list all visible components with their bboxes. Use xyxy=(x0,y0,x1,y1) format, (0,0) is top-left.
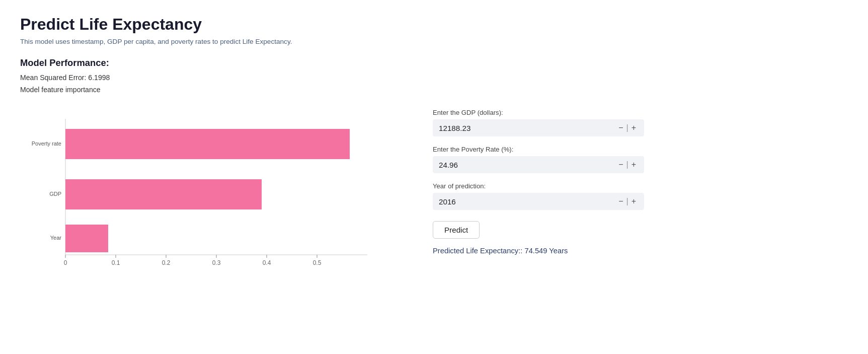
poverty-input-row: − | + xyxy=(433,156,644,173)
predict-button[interactable]: Predict xyxy=(433,221,480,239)
gdp-decrement-button[interactable]: − xyxy=(616,123,625,132)
page-title: Predict Life Expectancy xyxy=(20,15,848,34)
performance-heading: Model Performance: xyxy=(20,57,848,68)
gdp-input-row: − | + xyxy=(433,119,644,136)
poverty-input[interactable] xyxy=(439,161,616,169)
prediction-form: Enter the GDP (dollars): − | + Enter the… xyxy=(403,104,644,280)
year-label: Year of prediction: xyxy=(433,182,644,190)
gdp-label: Enter the GDP (dollars): xyxy=(433,109,644,116)
year-input-row: − | + xyxy=(433,193,644,210)
gdp-increment-button[interactable]: + xyxy=(629,123,638,132)
bar-poverty-rate xyxy=(65,129,350,159)
chart-svg: 0 0.1 0.2 0.3 0.4 0.5 xyxy=(20,109,382,280)
prediction-result: Predicted Life Expectancy:: 74.549 Years xyxy=(433,247,644,255)
svg-text:0.1: 0.1 xyxy=(112,259,120,266)
svg-text:0.5: 0.5 xyxy=(313,259,322,266)
svg-text:0: 0 xyxy=(64,259,67,266)
year-input[interactable] xyxy=(439,197,616,206)
chart-panel: 0 0.1 0.2 0.3 0.4 0.5 xyxy=(20,104,403,280)
svg-text:GDP: GDP xyxy=(49,191,61,197)
mse-value: Mean Squared Error: 6.1998 xyxy=(20,74,848,82)
poverty-increment-button[interactable]: + xyxy=(629,160,638,169)
poverty-label: Enter the Poverty Rate (%): xyxy=(433,146,644,153)
svg-text:Year: Year xyxy=(50,235,62,241)
svg-text:0.4: 0.4 xyxy=(263,259,271,266)
feature-importance-label: Model feature importance xyxy=(20,86,848,94)
svg-text:0.3: 0.3 xyxy=(212,259,221,266)
bar-year xyxy=(65,225,108,252)
bar-gdp xyxy=(65,179,262,209)
year-decrement-button[interactable]: − xyxy=(616,197,625,206)
svg-text:Poverty rate: Poverty rate xyxy=(32,140,61,147)
year-increment-button[interactable]: + xyxy=(629,197,638,206)
page-subtitle: This model uses timestamp, GDP per capit… xyxy=(20,38,848,45)
svg-text:0.2: 0.2 xyxy=(162,259,171,266)
gdp-input[interactable] xyxy=(439,124,616,132)
poverty-decrement-button[interactable]: − xyxy=(616,160,625,169)
feature-importance-chart: 0 0.1 0.2 0.3 0.4 0.5 xyxy=(20,109,382,280)
